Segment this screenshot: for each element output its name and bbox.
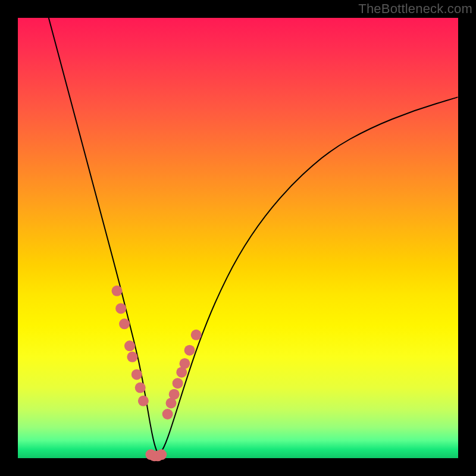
data-dot	[173, 378, 183, 389]
data-dot	[191, 330, 202, 340]
data-dot	[179, 358, 190, 369]
data-dot	[124, 340, 135, 351]
data-dot	[169, 389, 180, 400]
data-dot	[135, 383, 146, 393]
data-dot	[156, 449, 167, 460]
data-dot	[184, 345, 195, 356]
chart-frame	[18, 18, 458, 458]
bottleneck-curve	[49, 18, 458, 453]
data-dot	[112, 286, 123, 296]
data-dot	[119, 318, 130, 329]
watermark-text: TheBottleneck.com	[358, 1, 472, 17]
data-dot	[115, 303, 126, 314]
data-dot	[138, 396, 149, 406]
data-dot	[127, 352, 137, 362]
data-dot	[162, 409, 173, 419]
chart-svg	[18, 18, 458, 458]
data-dot	[131, 369, 142, 380]
